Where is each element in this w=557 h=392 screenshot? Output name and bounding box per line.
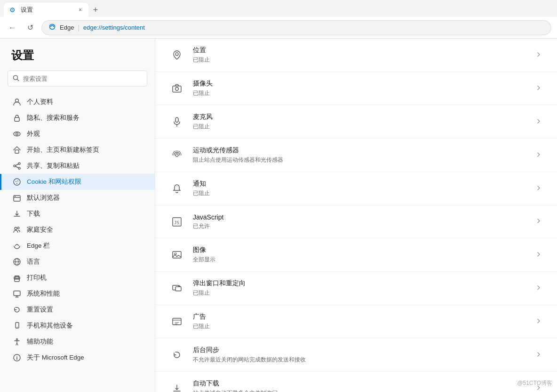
sidebar-item-reset[interactable]: 重置设置 — [0, 302, 155, 318]
accessibility-icon — [13, 337, 21, 346]
lock-icon — [13, 114, 21, 122]
sidebar-item-language[interactable]: 语言 — [0, 254, 155, 270]
sidebar-item-label: Edge 栏 — [27, 242, 50, 250]
address-url: edge://settings/content — [83, 24, 145, 31]
settings-item-auto-download[interactable]: 自动下载站点尝试自动下载多个文件时询问 — [155, 372, 557, 392]
settings-item-text: 图像全部显示 — [193, 246, 526, 264]
sidebar-item-label: 家庭安全 — [27, 226, 53, 234]
svg-point-16 — [15, 196, 16, 197]
search-icon — [13, 75, 19, 83]
svg-rect-22 — [15, 278, 19, 282]
javascript-icon: JS — [170, 215, 183, 228]
settings-item-images[interactable]: 图像全部显示 — [155, 238, 557, 272]
search-box[interactable] — [8, 71, 147, 86]
settings-item-subtitle: 已阻止 — [193, 289, 526, 297]
refresh-button[interactable]: ↺ — [24, 21, 37, 34]
svg-point-40 — [175, 253, 176, 255]
sidebar-item-mobile[interactable]: 手机和其他设备 — [0, 318, 155, 334]
sidebar-item-share[interactable]: 共享、复制和粘贴 — [0, 158, 155, 174]
svg-point-33 — [175, 87, 179, 91]
sidebar-item-label: 手机和其他设备 — [27, 321, 73, 330]
settings-item-motion-sensor[interactable]: 运动或光传感器阻止站点使用运动传感器和光传感器 — [155, 139, 557, 172]
tab-bar: ⚙ 设置 × + — [0, 0, 557, 17]
sensor-icon — [170, 149, 183, 162]
camera-icon — [170, 82, 183, 95]
settings-item-title: 广告 — [193, 313, 526, 321]
sidebar-item-about[interactable]: 关于 Microsoft Edge — [0, 350, 155, 366]
address-brand: Edge — [60, 24, 74, 31]
chevron-right-icon — [535, 251, 542, 259]
sidebar-item-edge-bar[interactable]: Edge 栏 — [0, 238, 155, 254]
sidebar-item-profile[interactable]: 个人资料 — [0, 94, 155, 110]
settings-item-notifications[interactable]: 通知已阻止 — [155, 172, 557, 205]
watermark: @51CTO博客 — [517, 379, 552, 387]
svg-point-8 — [14, 165, 16, 167]
settings-item-javascript[interactable]: JSJavaScript已允许 — [155, 205, 557, 238]
sidebar-item-system[interactable]: 系统和性能 — [0, 286, 155, 302]
settings-item-text: 通知已阻止 — [193, 180, 526, 197]
mobile-icon — [13, 321, 21, 330]
sidebar-item-default-browser[interactable]: 默认浏览器 — [0, 190, 155, 206]
printer-icon — [13, 274, 21, 282]
settings-item-popups[interactable]: 弹出窗口和重定向已阻止 — [155, 272, 557, 305]
settings-item-text: 后台同步不允许最近关闭的网站完成数据的发送和接收 — [193, 346, 526, 364]
settings-item-microphone[interactable]: 麦克风已阻止 — [155, 105, 557, 139]
content-area: 位置已阻止摄像头已阻止麦克风已阻止运动或光传感器阻止站点使用运动传感器和光传感器… — [155, 39, 557, 392]
settings-item-title: 摄像头 — [193, 79, 526, 88]
browser-icon — [13, 194, 21, 202]
svg-point-5 — [16, 133, 18, 135]
svg-point-17 — [15, 227, 17, 230]
system-icon — [13, 290, 21, 298]
image-icon — [170, 248, 183, 261]
popup-icon — [170, 282, 183, 295]
settings-item-title: JavaScript — [193, 213, 526, 221]
settings-item-location[interactable]: 位置已阻止 — [155, 39, 557, 72]
address-sep: | — [78, 24, 80, 31]
browser-chrome: ⚙ 设置 × + ← ↺ Edge | edge://settings/cont… — [0, 0, 557, 39]
settings-item-subtitle: 已阻止 — [193, 189, 526, 197]
settings-item-text: 运动或光传感器阻止站点使用运动传感器和光传感器 — [193, 146, 526, 164]
sidebar-item-printer[interactable]: 打印机 — [0, 270, 155, 286]
sidebar-item-accessibility[interactable]: 辅助功能 — [0, 334, 155, 350]
sidebar-item-label: 开始、主页和新建标签页 — [27, 146, 99, 154]
settings-list: 位置已阻止摄像头已阻止麦克风已阻止运动或光传感器阻止站点使用运动传感器和光传感器… — [155, 39, 557, 392]
settings-item-subtitle: 已阻止 — [193, 123, 526, 131]
sidebar-item-label: 共享、复制和粘贴 — [27, 162, 80, 170]
about-icon — [13, 353, 21, 362]
settings-item-background-sync[interactable]: 后台同步不允许最近关闭的网站完成数据的发送和接收 — [155, 338, 557, 372]
eye-icon — [13, 130, 21, 138]
settings-item-title: 位置 — [193, 46, 526, 55]
new-tab-button[interactable]: + — [88, 3, 103, 17]
address-input-wrap[interactable]: Edge | edge://settings/content — [41, 20, 551, 35]
svg-point-7 — [18, 163, 20, 165]
svg-rect-6 — [15, 150, 19, 153]
notification-icon — [170, 182, 183, 195]
svg-rect-42 — [175, 287, 181, 291]
sidebar-item-family[interactable]: 家庭安全 — [0, 222, 155, 238]
svg-point-27 — [16, 339, 18, 340]
svg-point-30 — [16, 356, 17, 357]
settings-item-text: 广告已阻止 — [193, 313, 526, 330]
settings-item-subtitle: 已允许 — [193, 222, 526, 230]
sidebar-item-label: 默认浏览器 — [27, 194, 60, 202]
chevron-right-icon — [535, 218, 542, 226]
sidebar-item-label: Cookie 和网站权限 — [27, 178, 81, 186]
sidebar-item-new-tab[interactable]: 开始、主页和新建标签页 — [0, 142, 155, 158]
search-input[interactable] — [23, 75, 142, 82]
sidebar-item-privacy[interactable]: 隐私、搜索和服务 — [0, 110, 155, 126]
sidebar-item-label: 重置设置 — [27, 306, 53, 314]
sidebar-item-label: 隐私、搜索和服务 — [27, 114, 80, 122]
settings-item-subtitle: 阻止站点使用运动传感器和光传感器 — [193, 156, 526, 164]
sidebar-item-label: 系统和性能 — [27, 290, 60, 298]
chevron-right-icon — [535, 318, 542, 326]
svg-point-9 — [18, 167, 20, 169]
sidebar-item-downloads[interactable]: 下载 — [0, 206, 155, 222]
settings-item-camera[interactable]: 摄像头已阻止 — [155, 72, 557, 105]
settings-item-ads[interactable]: 广告已阻止 — [155, 305, 557, 338]
active-tab[interactable]: ⚙ 设置 × — [4, 3, 88, 17]
back-button[interactable]: ← — [6, 21, 19, 34]
tab-icon: ⚙ — [9, 6, 17, 14]
sidebar-item-appearance[interactable]: 外观 — [0, 126, 155, 142]
sidebar-item-cookies[interactable]: Cookie 和网站权限 — [0, 174, 155, 190]
tab-close-button[interactable]: × — [78, 6, 83, 14]
